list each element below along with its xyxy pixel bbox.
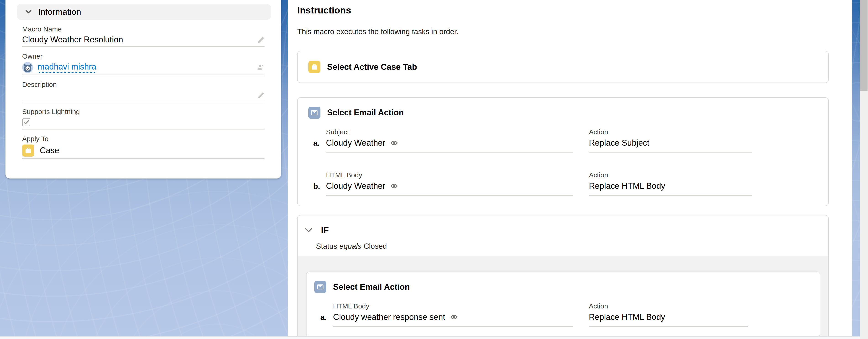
step-title: Select Email Action [333, 282, 410, 292]
case-object-icon [22, 144, 34, 157]
step-title: Select Email Action [327, 108, 404, 117]
row-field-label: Subject [326, 127, 574, 137]
change-owner-icon [257, 64, 265, 71]
if-section-toggle[interactable]: IF [298, 215, 828, 235]
step-card-select-email-action: Select Email Action a. Subject Cloudy We… [297, 97, 829, 206]
condition-field: Status [316, 242, 337, 250]
row-action-value: Replace HTML Body [589, 312, 665, 322]
owner-link[interactable]: madhavi mishra [38, 62, 96, 73]
apply-to-value: Case [40, 146, 59, 155]
row-index: a. [313, 139, 326, 152]
field-description: Description [22, 75, 265, 102]
edit-macro-name-button[interactable] [257, 36, 265, 43]
row-field-value: Cloudy Weather [326, 138, 385, 148]
description-label: Description [22, 80, 265, 89]
macro-name-value: Cloudy Weather Resolution [22, 35, 123, 44]
row-field-label: HTML Body [326, 170, 574, 180]
instructions-subtitle: This macro executes the following tasks … [297, 27, 852, 36]
field-supports-lightning: Supports Lightning [22, 102, 265, 130]
preview-button[interactable] [390, 139, 398, 147]
row-field-value: Cloudy weather response sent [333, 312, 445, 322]
email-icon [308, 107, 320, 119]
checkmark-icon [23, 119, 30, 126]
supports-lightning-checkbox[interactable] [22, 118, 30, 126]
condition-operator: equals [339, 242, 361, 250]
nested-step-card-select-email-action: Select Email Action a. HTML Body Cloudy … [306, 272, 820, 337]
eye-icon [450, 313, 458, 321]
instruction-row-a: a. HTML Body Cloudy weather response sen… [314, 301, 820, 327]
field-owner: Owner madhavi [22, 47, 265, 75]
owner-label: Owner [22, 52, 265, 61]
field-apply-to: Apply To Case [22, 130, 265, 159]
scrollbar-thumb[interactable] [860, 0, 868, 91]
row-action-label: Action [589, 127, 752, 137]
case-icon [308, 61, 320, 73]
eye-icon [390, 182, 398, 190]
macro-detail-screen: Information Macro Name Cloudy Weather Re… [0, 0, 868, 339]
vertical-scrollbar [860, 0, 868, 339]
step-card-select-active-case-tab: Select Active Case Tab [297, 51, 829, 83]
preview-button[interactable] [450, 313, 458, 321]
step-card-if-condition: IF Status equals Closed S [297, 215, 829, 339]
chevron-down-icon [305, 226, 313, 234]
row-action-value: Replace HTML Body [589, 181, 665, 191]
row-index: b. [313, 182, 326, 196]
if-title: IF [321, 225, 329, 235]
eye-icon [390, 139, 398, 147]
information-panel: Information Macro Name Cloudy Weather Re… [5, 0, 281, 178]
apply-to-label: Apply To [22, 135, 265, 143]
bottom-edge-strip [0, 336, 860, 339]
preview-button[interactable] [390, 182, 398, 190]
row-field-value: Cloudy Weather [326, 181, 385, 191]
instruction-row-b: b. HTML Body Cloudy Weather Action R [308, 170, 828, 196]
edit-description-button[interactable] [257, 92, 265, 99]
change-owner-button[interactable] [257, 64, 265, 71]
step-title: Select Active Case Tab [327, 62, 417, 72]
if-condition: Status equals Closed [316, 242, 828, 250]
field-macro-name: Macro Name Cloudy Weather Resolution [22, 20, 265, 47]
row-field-label: HTML Body [333, 301, 574, 311]
row-index: a. [320, 313, 333, 327]
instructions-panel: Instructions This macro executes the fol… [288, 0, 852, 339]
chevron-down-icon [25, 8, 32, 15]
instruction-row-a: a. Subject Cloudy Weather Action Rep [308, 127, 828, 152]
condition-value: Closed [364, 242, 387, 250]
owner-avatar [22, 62, 33, 73]
pencil-icon [257, 36, 265, 43]
pencil-icon [257, 92, 265, 99]
macro-name-label: Macro Name [22, 25, 265, 34]
email-icon [314, 281, 327, 293]
information-section-title: Information [38, 7, 81, 17]
if-body: Select Email Action a. HTML Body Cloudy … [298, 256, 828, 339]
row-action-value: Replace Subject [589, 138, 649, 148]
row-action-label: Action [589, 170, 752, 180]
information-section-toggle[interactable]: Information [17, 4, 271, 20]
row-action-label: Action [589, 301, 748, 311]
instructions-title: Instructions [297, 5, 852, 16]
supports-lightning-label: Supports Lightning [22, 107, 265, 116]
